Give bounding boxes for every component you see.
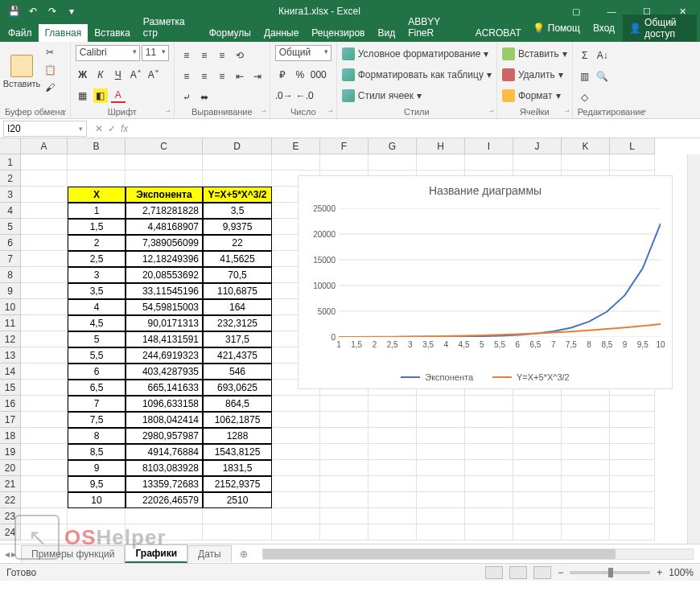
cell[interactable] bbox=[562, 476, 610, 492]
row-header[interactable]: 20 bbox=[0, 460, 21, 476]
col-header[interactable]: I bbox=[465, 138, 513, 154]
indent-inc-icon[interactable]: ⇥ bbox=[250, 69, 265, 84]
col-header[interactable]: G bbox=[369, 138, 417, 154]
cell[interactable] bbox=[21, 428, 68, 444]
cell[interactable] bbox=[272, 508, 320, 524]
cell[interactable] bbox=[320, 508, 369, 524]
format-button[interactable]: Формат ▾ bbox=[502, 87, 561, 105]
cell[interactable]: 22 bbox=[203, 235, 272, 251]
cell[interactable] bbox=[21, 315, 68, 331]
cell[interactable]: 5,5 bbox=[68, 347, 126, 364]
cell[interactable] bbox=[21, 187, 68, 203]
clear-icon[interactable]: ◇ bbox=[578, 90, 592, 105]
cell[interactable] bbox=[21, 460, 68, 476]
cell[interactable] bbox=[369, 428, 417, 444]
cell[interactable] bbox=[417, 428, 465, 444]
cell[interactable]: 244,6919323 bbox=[126, 347, 203, 364]
cell[interactable] bbox=[610, 508, 655, 524]
cell[interactable] bbox=[21, 476, 68, 492]
cell[interactable]: 164 bbox=[203, 299, 272, 315]
cell[interactable] bbox=[320, 460, 369, 476]
paste-button[interactable]: Вставить bbox=[5, 45, 39, 98]
fill-color-icon[interactable]: ◧ bbox=[93, 88, 108, 103]
column-headers[interactable]: ABCDEFGHIJKL bbox=[21, 138, 687, 154]
sheet-nav-first-icon[interactable]: ◂ bbox=[5, 548, 10, 560]
tab-pagelayout[interactable]: Разметка стр bbox=[137, 13, 203, 42]
row-header[interactable]: 8 bbox=[0, 267, 21, 283]
row-header[interactable]: 2 bbox=[0, 170, 21, 187]
cell[interactable] bbox=[320, 444, 369, 460]
view-page-layout-icon[interactable] bbox=[509, 566, 527, 579]
cell[interactable] bbox=[21, 492, 68, 508]
cell[interactable] bbox=[21, 396, 68, 412]
cell[interactable]: 5 bbox=[68, 331, 126, 347]
row-header[interactable]: 10 bbox=[0, 299, 21, 315]
row-header[interactable]: 14 bbox=[0, 364, 21, 380]
row-header[interactable]: 19 bbox=[0, 444, 21, 460]
cell[interactable]: 148,4131591 bbox=[126, 331, 203, 347]
cell[interactable] bbox=[465, 428, 513, 444]
col-header[interactable]: J bbox=[513, 138, 562, 154]
percent-icon[interactable]: % bbox=[293, 68, 307, 82]
row-headers[interactable]: 123456789101112131415161718192021222324 bbox=[0, 154, 21, 544]
cell[interactable]: 1288 bbox=[203, 428, 272, 444]
col-header[interactable]: K bbox=[562, 138, 610, 154]
cell[interactable] bbox=[610, 396, 655, 412]
cell[interactable]: 1096,633158 bbox=[126, 396, 203, 412]
cell[interactable] bbox=[21, 380, 68, 396]
cell[interactable] bbox=[203, 170, 272, 187]
legend-item[interactable]: Экспонента bbox=[401, 372, 473, 382]
cell[interactable]: 421,4375 bbox=[203, 347, 272, 364]
cell[interactable]: 22026,46579 bbox=[126, 492, 203, 508]
cell[interactable] bbox=[21, 267, 68, 283]
cell[interactable] bbox=[465, 154, 513, 170]
cell[interactable] bbox=[562, 412, 610, 428]
tab-file[interactable]: Файл bbox=[2, 24, 39, 42]
cell[interactable] bbox=[320, 476, 369, 492]
orientation-icon[interactable]: ⟲ bbox=[233, 48, 247, 63]
sign-in[interactable]: Вход bbox=[588, 21, 620, 35]
cell[interactable] bbox=[417, 444, 465, 460]
cell[interactable]: 2980,957987 bbox=[126, 428, 203, 444]
cell[interactable]: 7,5 bbox=[68, 412, 126, 428]
cell[interactable] bbox=[562, 524, 610, 540]
formula-input[interactable] bbox=[133, 121, 700, 137]
cell[interactable] bbox=[320, 396, 369, 412]
cell[interactable] bbox=[369, 154, 417, 170]
cell[interactable]: 1062,1875 bbox=[203, 412, 272, 428]
cell[interactable] bbox=[369, 460, 417, 476]
sheet-tab[interactable]: Примеры функций bbox=[21, 545, 125, 562]
row-header[interactable]: 1 bbox=[0, 154, 21, 170]
cell[interactable]: 3,5 bbox=[203, 203, 272, 219]
col-header[interactable]: B bbox=[68, 138, 126, 154]
cell[interactable]: 41,5625 bbox=[203, 251, 272, 267]
cell[interactable] bbox=[610, 154, 655, 170]
cell[interactable] bbox=[417, 524, 465, 540]
cell[interactable] bbox=[272, 524, 320, 540]
cell[interactable]: 3 bbox=[68, 267, 126, 283]
shrink-font-icon[interactable]: A˅ bbox=[146, 68, 161, 82]
col-header[interactable]: C bbox=[126, 138, 203, 154]
cell[interactable] bbox=[369, 508, 417, 524]
cell[interactable] bbox=[465, 476, 513, 492]
cell[interactable]: X bbox=[68, 187, 126, 203]
cell[interactable] bbox=[369, 444, 417, 460]
cell[interactable] bbox=[272, 428, 320, 444]
cell[interactable]: 7,389056099 bbox=[126, 235, 203, 251]
cell[interactable] bbox=[513, 524, 562, 540]
autosum-icon[interactable]: Σ bbox=[578, 48, 592, 63]
tab-acrobat[interactable]: ACROBAT bbox=[469, 24, 528, 42]
cell[interactable] bbox=[562, 492, 610, 508]
cell[interactable]: 8,5 bbox=[68, 444, 126, 460]
font-color-icon[interactable]: A bbox=[111, 88, 126, 103]
cell[interactable] bbox=[68, 508, 126, 524]
cell[interactable] bbox=[203, 524, 272, 540]
indent-dec-icon[interactable]: ⇤ bbox=[233, 69, 247, 84]
cell[interactable] bbox=[417, 508, 465, 524]
cell[interactable] bbox=[21, 508, 68, 524]
row-header[interactable]: 12 bbox=[0, 331, 21, 347]
cell[interactable] bbox=[21, 170, 68, 187]
cell[interactable]: 4914,76884 bbox=[126, 444, 203, 460]
zoom-out-icon[interactable]: − bbox=[558, 567, 563, 578]
grow-font-icon[interactable]: A˄ bbox=[129, 68, 143, 82]
